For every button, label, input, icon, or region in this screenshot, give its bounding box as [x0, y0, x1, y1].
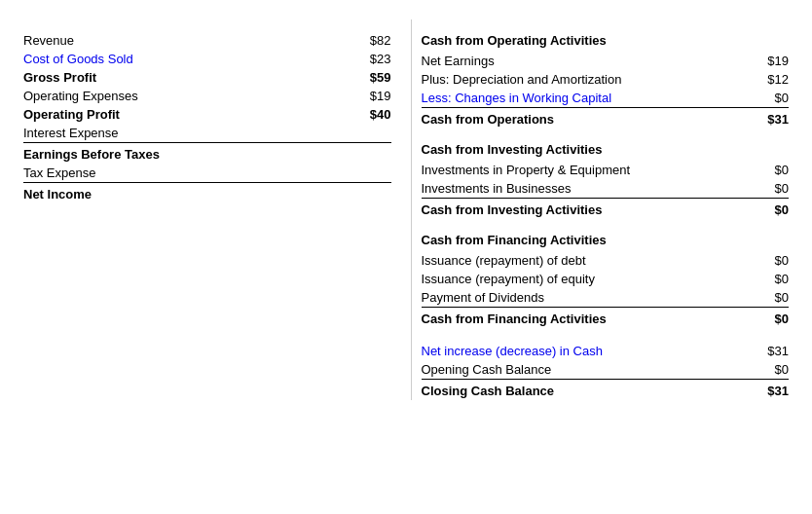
cashflow-row-value: $0	[750, 91, 789, 105]
cashflow-row: Cash from Investing Activities$0	[422, 201, 790, 219]
income-row-value: $23	[352, 52, 391, 66]
income-row-value: $40	[352, 107, 391, 122]
cashflow-row: Payment of Dividends$0	[422, 288, 790, 308]
cashflow-row-label: Less: Changes in Working Capital	[422, 91, 751, 105]
cashflow-row-label: Plus: Depreciation and Amortization	[422, 72, 751, 87]
income-row: Earnings Before Taxes	[23, 145, 391, 164]
cashflow-row-label: Issuance (repayment) of equity	[422, 272, 751, 286]
cashflow-row: Investments in Property & Equipment$0	[422, 161, 790, 179]
cashflow-row-value: $31	[750, 112, 789, 127]
cashflow-row-value: $0	[750, 181, 789, 196]
income-row-label: Cost of Goods Sold	[23, 52, 352, 66]
cashflow-row-label: Issuance (repayment) of debt	[422, 253, 751, 268]
cashflow-row-label: Closing Cash Balance	[422, 384, 751, 398]
cashflow-row-value: $19	[750, 54, 789, 68]
cashflow-row: Less: Changes in Working Capital$0	[422, 89, 790, 108]
income-row: Tax Expense	[23, 164, 391, 183]
cashflow-row-value: $31	[750, 384, 789, 398]
income-row-label: Net Income	[23, 187, 352, 202]
cashflow-section-header: Cash from Investing Activities	[422, 142, 790, 157]
income-row-value: $19	[352, 89, 391, 103]
cashflow-row-label: Cash from Investing Activities	[422, 202, 751, 217]
cashflow-section-header: Cash from Operating Activities	[422, 33, 790, 48]
income-row-value: $59	[352, 70, 391, 85]
income-row-label: Gross Profit	[23, 70, 352, 85]
income-row-label: Interest Expense	[23, 126, 352, 140]
cashflow-row: Cash from Financing Activities$0	[422, 310, 790, 328]
cashflow-row: Cash from Operations$31	[422, 110, 790, 128]
cashflow-row-label: Opening Cash Balance	[422, 362, 751, 377]
cashflow-row-label: Cash from Operations	[422, 112, 751, 127]
cashflow-row-label: Investments in Businesses	[422, 181, 751, 196]
income-row: Cost of Goods Sold$23	[23, 50, 391, 68]
income-row: Operating Profit$40	[23, 105, 391, 124]
cashflow-row: Investments in Businesses$0	[422, 179, 790, 199]
cashflow-section-header: Cash from Financing Activities	[422, 233, 790, 247]
income-row: Interest Expense	[23, 124, 391, 143]
income-rows: Revenue$82Cost of Goods Sold$23Gross Pro…	[23, 31, 391, 203]
cashflow-row-value: $0	[750, 202, 789, 217]
income-statement-panel: Revenue$82Cost of Goods Sold$23Gross Pro…	[23, 19, 411, 400]
cashflow-row: Issuance (repayment) of debt$0	[422, 251, 790, 270]
income-row: Gross Profit$59	[23, 68, 391, 87]
cashflow-row-label: Cash from Financing Activities	[422, 312, 751, 326]
cashflow-row-value: $0	[750, 290, 789, 305]
cashflow-row: Closing Cash Balance$31	[422, 382, 790, 400]
cashflow-row-value: $0	[750, 312, 789, 326]
cashflow-row-value: $12	[750, 72, 789, 87]
cashflow-panel: Cash from Operating ActivitiesNet Earnin…	[411, 19, 790, 400]
cashflow-row-value: $0	[750, 163, 789, 177]
cashflow-row-label: Investments in Property & Equipment	[422, 163, 751, 177]
cashflow-row: Net increase (decrease) in Cash$31	[422, 342, 790, 360]
income-row-label: Revenue	[23, 33, 352, 48]
income-row-label: Operating Expenses	[23, 89, 352, 103]
income-row-label: Tax Expense	[23, 165, 352, 180]
income-row-label: Operating Profit	[23, 107, 352, 122]
cashflow-row-value: $0	[750, 253, 789, 268]
cashflow-row: Opening Cash Balance$0	[422, 360, 790, 380]
cashflow-row: Net Earnings$19	[422, 52, 790, 70]
income-row: Revenue$82	[23, 31, 391, 50]
cashflow-row-label: Net increase (decrease) in Cash	[422, 344, 751, 358]
cashflow-row-value: $0	[750, 362, 789, 377]
income-row: Net Income	[23, 185, 391, 203]
cashflow-row-label: Payment of Dividends	[422, 290, 751, 305]
income-row-label: Earnings Before Taxes	[23, 147, 352, 162]
cashflow-row: Issuance (repayment) of equity$0	[422, 270, 790, 288]
cashflow-row-value: $0	[750, 272, 789, 286]
income-row: Operating Expenses$19	[23, 87, 391, 105]
cashflow-row: Plus: Depreciation and Amortization$12	[422, 70, 790, 89]
cashflow-row-value: $31	[750, 344, 789, 358]
income-row-value: $82	[352, 33, 391, 48]
cashflow-sections: Cash from Operating ActivitiesNet Earnin…	[422, 33, 790, 400]
cashflow-row-label: Net Earnings	[422, 54, 751, 68]
